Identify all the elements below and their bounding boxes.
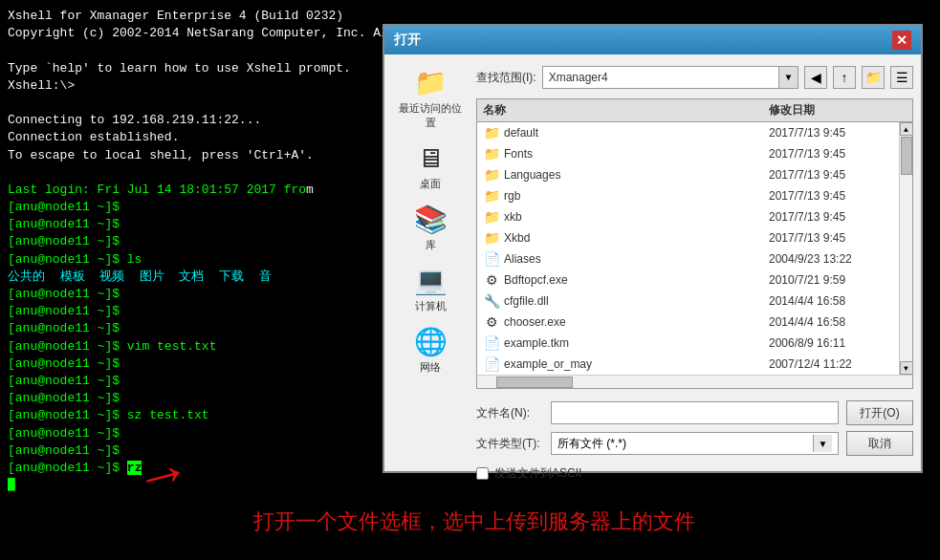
file-date: 2017/7/13 9:45: [769, 231, 893, 245]
file-date: 2006/8/9 16:11: [769, 336, 893, 350]
back-button[interactable]: ◀: [804, 66, 827, 89]
file-date: 2017/7/13 9:45: [769, 147, 893, 161]
file-date: 2017/7/13 9:45: [769, 168, 893, 182]
file-date: 2017/7/13 9:45: [769, 210, 893, 224]
scroll-up-button[interactable]: ▲: [900, 122, 913, 136]
filename-row: 文件名(N): 打开(O): [476, 400, 913, 425]
file-icon: ⚙: [483, 313, 500, 331]
col-date-header: 修改日期: [769, 102, 893, 118]
file-icon: 🔧: [483, 292, 500, 310]
file-item[interactable]: 📁Languages2017/7/13 9:45: [477, 164, 899, 185]
file-name: Bdftopcf.exe: [504, 273, 769, 287]
file-name: Xkbd: [504, 231, 769, 245]
file-icon: 📁: [483, 145, 500, 162]
filetype-value: 所有文件 (*.*): [557, 436, 813, 452]
sidebar-item-recent[interactable]: 📁 最近访问的位置: [395, 62, 467, 134]
file-item[interactable]: 📁Xkbd2017/7/13 9:45: [477, 227, 899, 248]
ascii-checkbox[interactable]: [476, 467, 489, 480]
sidebar-library-label: 库: [426, 238, 436, 252]
file-item[interactable]: 📄Aliases2004/9/23 13:22: [477, 248, 899, 269]
sidebar-item-desktop[interactable]: 🖥 桌面: [395, 138, 467, 195]
view-button[interactable]: ☰: [890, 66, 913, 89]
file-item[interactable]: ⚙Bdftopcf.exe2010/7/21 9:59: [477, 269, 899, 291]
file-icon: 📁: [483, 229, 500, 247]
file-item[interactable]: 📁xkb2017/7/13 9:45: [477, 206, 899, 227]
network-icon: 🌐: [411, 325, 449, 358]
hscroll-thumb[interactable]: [496, 377, 573, 388]
col-name-header: 名称: [483, 102, 769, 118]
scroll-down-button[interactable]: ▼: [900, 361, 913, 375]
file-date: 2017/7/13 9:45: [769, 189, 893, 203]
desktop-icon: 🖥: [411, 141, 449, 175]
file-name: rgb: [504, 189, 769, 203]
file-name: example.tkm: [504, 336, 769, 350]
library-icon: 📚: [411, 203, 449, 236]
filename-input[interactable]: [551, 401, 839, 424]
ls-output: 公共的 模板 视频 图片 文档 下载 音: [8, 269, 272, 284]
file-name: chooser.exe: [504, 315, 769, 329]
file-item[interactable]: 📁default2017/7/13 9:45: [477, 122, 899, 143]
filename-label: 文件名(N):: [476, 405, 543, 421]
file-name: xkb: [504, 210, 769, 224]
current-path-text: Xmanager4: [543, 71, 778, 84]
file-item[interactable]: 📄example.tkm2006/8/9 16:11: [477, 333, 899, 354]
file-item[interactable]: 📁Fonts2017/7/13 9:45: [477, 143, 899, 164]
dialog-close-button[interactable]: ✕: [892, 31, 911, 50]
open-file-dialog: 打开 ✕ 📁 最近访问的位置 🖥 桌面 📚 库 💻 计算机 🌐: [383, 24, 923, 473]
file-item[interactable]: 📁rgb2017/7/13 9:45: [477, 185, 899, 206]
scroll-track: [900, 136, 913, 361]
file-date: 2014/4/4 16:58: [769, 294, 893, 308]
sidebar-item-library[interactable]: 📚 库: [395, 199, 467, 256]
sidebar-desktop-label: 桌面: [420, 177, 441, 191]
file-name: Aliases: [504, 252, 769, 266]
dialog-title: 打开: [394, 32, 421, 49]
file-item[interactable]: 📄example_or_may2007/12/4 11:22: [477, 354, 899, 375]
file-icon: 📁: [483, 124, 500, 141]
sidebar-computer-label: 计算机: [415, 299, 447, 313]
filetype-dropdown-arrow[interactable]: ▼: [813, 435, 832, 452]
file-item[interactable]: 🔧cfgfile.dll2014/4/4 16:58: [477, 291, 899, 312]
computer-icon: 💻: [411, 264, 449, 297]
file-icon: 📁: [483, 187, 500, 205]
toolbar-label: 查找范围(I):: [476, 70, 536, 86]
new-folder-button[interactable]: 📁: [862, 66, 885, 89]
sidebar-item-computer[interactable]: 💻 计算机: [395, 260, 467, 317]
file-list-header: 名称 修改日期: [477, 99, 912, 122]
horizontal-scrollbar[interactable]: [477, 375, 912, 388]
file-icon: 📄: [483, 355, 500, 373]
scroll-thumb[interactable]: [901, 137, 912, 175]
file-list: 📁default2017/7/13 9:45📁Fonts2017/7/13 9:…: [477, 122, 899, 375]
file-date: 2007/12/4 11:22: [769, 357, 893, 371]
terminal-session: Last login: Fri Jul 14 18:01:57 2017 fro: [8, 183, 306, 197]
path-selector[interactable]: Xmanager4 ▼: [542, 66, 798, 89]
file-date: 2017/7/13 9:45: [769, 126, 893, 140]
rz-highlight: rz: [127, 461, 142, 475]
file-name: default: [504, 126, 769, 140]
file-icon: 📁: [483, 166, 500, 183]
filetype-select[interactable]: 所有文件 (*.*) ▼: [551, 432, 839, 455]
terminal-login-tail: m: [306, 183, 314, 197]
file-icon: ⚙: [483, 271, 500, 289]
vertical-scrollbar[interactable]: ▲ ▼: [899, 122, 912, 375]
file-name: Languages: [504, 168, 769, 182]
path-dropdown-arrow[interactable]: ▼: [778, 67, 798, 88]
dialog-titlebar: 打开 ✕: [384, 26, 921, 54]
file-icon: 📁: [483, 208, 500, 226]
file-list-container: 名称 修改日期 📁default2017/7/13 9:45📁Fonts2017…: [476, 98, 913, 389]
cursor-block: █: [8, 478, 15, 492]
dialog-sidebar: 📁 最近访问的位置 🖥 桌面 📚 库 💻 计算机 🌐 网络: [392, 62, 469, 485]
cancel-button[interactable]: 取消: [846, 431, 913, 456]
up-button[interactable]: ↑: [833, 66, 856, 89]
ascii-checkbox-label: 发送文件到ASCII: [494, 465, 581, 482]
file-item[interactable]: ⚙chooser.exe2014/4/4 16:58: [477, 312, 899, 333]
file-icon: 📄: [483, 334, 500, 352]
filetype-row: 文件类型(T): 所有文件 (*.*) ▼ 取消: [476, 431, 913, 456]
sidebar-item-network[interactable]: 🌐 网络: [395, 321, 467, 378]
sidebar-network-label: 网络: [420, 360, 441, 375]
open-button[interactable]: 打开(O): [846, 400, 913, 425]
file-name: example_or_may: [504, 357, 769, 371]
terminal-prompts: [anu@node11 ~]$ [anu@node11 ~]$ [anu@nod…: [8, 200, 142, 267]
file-icon: 📄: [483, 250, 500, 268]
dialog-main-content: 查找范围(I): Xmanager4 ▼ ◀ ↑ 📁 ☰ 名称 修改日期: [476, 62, 913, 485]
recent-icon: 📁: [411, 66, 449, 99]
